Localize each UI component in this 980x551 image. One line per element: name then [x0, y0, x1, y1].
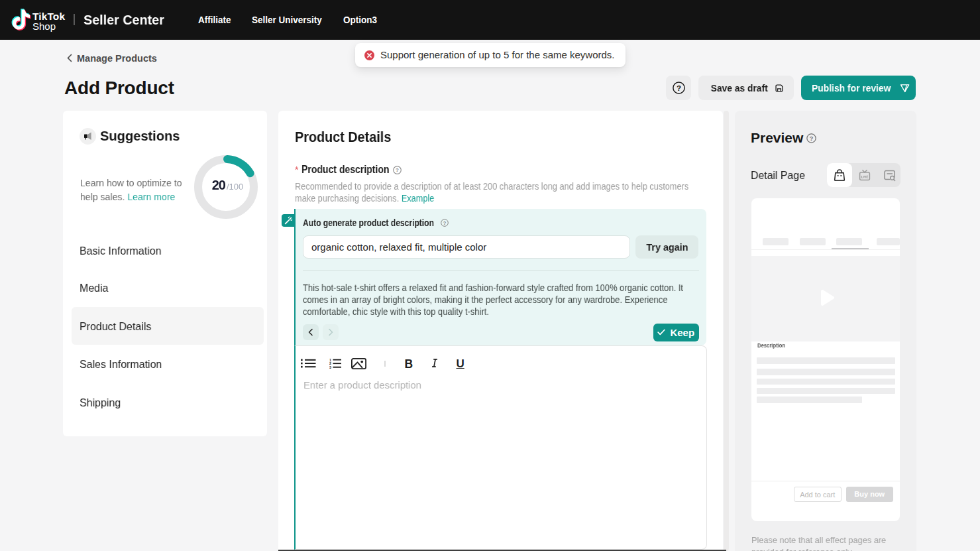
svg-text:20: 20 [212, 178, 226, 192]
svg-text:?: ? [396, 167, 399, 173]
svg-text:?: ? [676, 84, 681, 92]
svg-text:3: 3 [329, 365, 331, 369]
svg-text:?: ? [810, 135, 814, 141]
svg-text:?: ? [443, 219, 447, 225]
svg-text:/100: /100 [227, 182, 243, 192]
